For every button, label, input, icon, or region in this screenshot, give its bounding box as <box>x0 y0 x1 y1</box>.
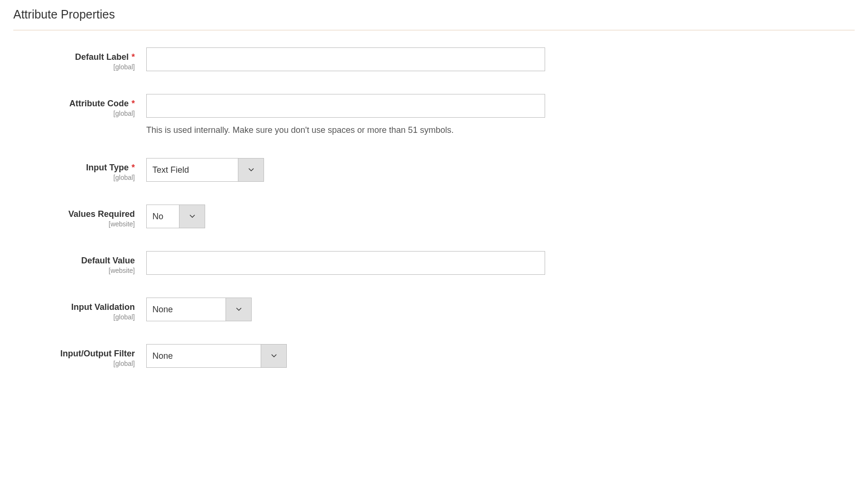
input-type-value: Text Field <box>147 159 238 181</box>
input-type-select[interactable]: Text Field <box>146 158 264 182</box>
default-value-label: Default Value <box>81 256 135 266</box>
io-filter-value: None <box>147 345 261 367</box>
default-label-scope: [global] <box>13 63 135 71</box>
label-col: Input Validation [global] <box>13 298 146 321</box>
dropdown-toggle-button[interactable] <box>238 159 264 181</box>
default-value-input[interactable] <box>146 251 545 275</box>
label-col: Default Label * [global] <box>13 47 146 71</box>
default-label-label: Default Label <box>75 52 129 62</box>
input-validation-label: Input Validation <box>71 302 135 312</box>
io-filter-label: Input/Output Filter <box>60 349 135 359</box>
input-validation-scope: [global] <box>13 313 135 321</box>
dropdown-toggle-button[interactable] <box>226 298 251 321</box>
required-mark-icon: * <box>132 163 135 173</box>
field-row-input-type: Input Type * [global] Text Field <box>13 158 855 182</box>
input-validation-value: None <box>147 298 226 321</box>
label-col: Attribute Code * [global] <box>13 94 146 117</box>
label-col: Default Value [website] <box>13 251 146 274</box>
default-value-scope: [website] <box>13 267 135 274</box>
section-title: Attribute Properties <box>13 4 855 30</box>
field-row-attribute-code: Attribute Code * [global] This is used i… <box>13 94 855 135</box>
input-type-scope: [global] <box>13 174 135 181</box>
label-col: Input Type * [global] <box>13 158 146 181</box>
chevron-down-icon <box>236 308 242 311</box>
attribute-code-label: Attribute Code <box>69 99 129 109</box>
dropdown-toggle-button[interactable] <box>261 345 286 367</box>
values-required-label: Values Required <box>68 209 135 219</box>
field-row-default-label: Default Label * [global] <box>13 47 855 71</box>
attribute-code-input[interactable] <box>146 94 545 118</box>
label-col: Values Required [website] <box>13 205 146 228</box>
label-col: Input/Output Filter [global] <box>13 344 146 367</box>
field-row-default-value: Default Value [website] <box>13 251 855 275</box>
chevron-down-icon <box>271 354 277 358</box>
default-label-input[interactable] <box>146 47 545 71</box>
values-required-value: No <box>147 205 179 228</box>
required-mark-icon: * <box>132 99 135 109</box>
field-row-io-filter: Input/Output Filter [global] None <box>13 344 855 368</box>
io-filter-scope: [global] <box>13 360 135 367</box>
attribute-code-scope: [global] <box>13 110 135 117</box>
values-required-scope: [website] <box>13 220 135 228</box>
chevron-down-icon <box>189 215 195 218</box>
input-type-label: Input Type <box>86 163 129 173</box>
input-validation-select[interactable]: None <box>146 298 252 321</box>
required-mark-icon: * <box>132 52 135 62</box>
values-required-select[interactable]: No <box>146 205 205 228</box>
chevron-down-icon <box>248 168 254 172</box>
dropdown-toggle-button[interactable] <box>179 205 205 228</box>
attribute-code-note: This is used internally. Make sure you d… <box>146 125 545 135</box>
field-row-values-required: Values Required [website] No <box>13 205 855 228</box>
io-filter-select[interactable]: None <box>146 344 287 368</box>
field-row-input-validation: Input Validation [global] None <box>13 298 855 321</box>
